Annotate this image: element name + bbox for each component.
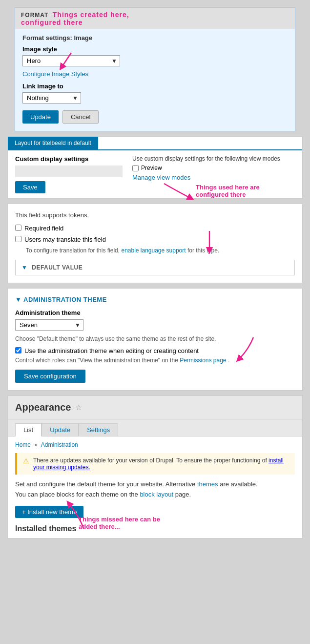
view-modes-text: Use custom display settings for the foll… bbox=[132, 155, 295, 162]
translate-field-row: Users may translate this field bbox=[15, 236, 295, 243]
token-support-text: This field supports tokens. bbox=[15, 211, 295, 219]
triangle-admin-icon: ▼ bbox=[15, 296, 21, 303]
triangle-icon: ▼ bbox=[21, 264, 27, 271]
permissions-page-link[interactable]: Permissions page bbox=[180, 357, 226, 364]
admin-theme-select[interactable]: Seven Bartik Default theme bbox=[15, 319, 83, 331]
required-field-row: Required field bbox=[15, 225, 295, 232]
link-image-label: Link image to bbox=[22, 83, 288, 90]
warning-icon: ⚠ bbox=[23, 457, 29, 465]
annotation-used-configured: Things used here areconfigured there bbox=[196, 184, 260, 198]
block-layout-link[interactable]: block layout bbox=[140, 491, 173, 498]
translate-label: Users may translate this field bbox=[24, 236, 106, 243]
required-field-label: Required field bbox=[24, 225, 63, 232]
link-image-select[interactable]: Nothing Content File bbox=[22, 92, 81, 104]
arrow-admin-theme bbox=[224, 335, 263, 364]
format-settings-text: Format settings: Image bbox=[22, 34, 288, 42]
display-tabs: Layout for titelbeeld in default bbox=[8, 137, 302, 150]
translate-note: To configure translation for this field,… bbox=[26, 247, 295, 254]
update-button[interactable]: Update bbox=[22, 110, 59, 124]
breadcrumb-sep: » bbox=[34, 441, 38, 448]
layout-tab-active[interactable]: Layout for titelbeeld in default bbox=[8, 137, 98, 149]
save-configuration-button[interactable]: Save configuration bbox=[15, 370, 85, 383]
arrow-translate bbox=[195, 229, 224, 258]
custom-display-label: Custom display settings bbox=[15, 155, 123, 163]
enable-language-support-link[interactable]: enable language support bbox=[121, 247, 186, 254]
themes-link[interactable]: themes bbox=[197, 480, 218, 488]
appearance-desc1: Set and configure the default theme for … bbox=[15, 480, 295, 488]
admin-theme-label: Administration theme bbox=[15, 309, 295, 316]
annotation-missed-added: Things missed here can beadded there... bbox=[79, 516, 160, 530]
format-label: FORMAT bbox=[21, 12, 48, 19]
breadcrumb-home-link[interactable]: Home bbox=[15, 441, 31, 448]
link-image-select-wrapper[interactable]: Nothing Content File ▼ bbox=[22, 92, 81, 104]
preview-checkbox[interactable] bbox=[132, 165, 139, 171]
notice-box: ⚠ There are updates available for your v… bbox=[15, 453, 295, 475]
appearance-section: Appearance ☆ List Update Settings Home »… bbox=[7, 395, 303, 539]
appearance-header: Appearance ☆ bbox=[8, 396, 302, 419]
default-value-section: ▼ DEFAULT VALUE bbox=[15, 260, 295, 275]
breadcrumb-admin-link[interactable]: Administration bbox=[41, 441, 78, 448]
appearance-tabs: List Update Settings bbox=[8, 419, 302, 436]
format-section-header: FORMAT Things created here,configured th… bbox=[15, 8, 295, 29]
use-admin-theme-checkbox[interactable] bbox=[15, 347, 21, 353]
breadcrumb: Home » Administration bbox=[15, 441, 295, 448]
appearance-title: Appearance bbox=[15, 402, 71, 413]
tab-settings[interactable]: Settings bbox=[79, 423, 118, 436]
star-icon[interactable]: ☆ bbox=[75, 403, 82, 412]
use-admin-theme-label: Use the administration theme when editin… bbox=[24, 347, 199, 354]
notice-text: There are updates available for your ver… bbox=[33, 457, 289, 471]
preview-checkbox-row: Preview bbox=[132, 165, 295, 171]
custom-display-bar bbox=[15, 166, 123, 177]
tab-list[interactable]: List bbox=[15, 423, 41, 436]
translate-checkbox[interactable] bbox=[15, 236, 21, 242]
preview-label: Preview bbox=[141, 165, 162, 171]
admin-theme-section-header: ▼ ADMINISTRATION THEME bbox=[15, 296, 295, 303]
configure-image-styles-link[interactable]: Configure Image Styles bbox=[22, 70, 288, 78]
save-button[interactable]: Save bbox=[15, 181, 45, 193]
admin-theme-select-wrapper[interactable]: Seven Bartik Default theme ▼ bbox=[15, 319, 83, 331]
arrow-to-hero bbox=[52, 50, 81, 70]
default-value-header: ▼ DEFAULT VALUE bbox=[21, 264, 289, 271]
tab-update[interactable]: Update bbox=[41, 423, 79, 436]
required-field-checkbox[interactable] bbox=[15, 225, 21, 231]
cancel-button[interactable]: Cancel bbox=[62, 110, 99, 124]
